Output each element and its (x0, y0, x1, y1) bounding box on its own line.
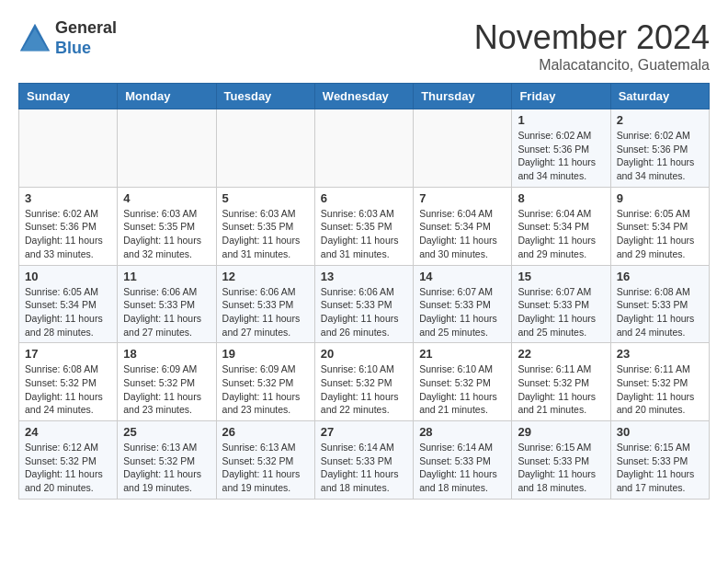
calendar-cell: 20Sunrise: 6:10 AM Sunset: 5:32 PM Dayli… (314, 343, 413, 421)
day-info: Sunrise: 6:08 AM Sunset: 5:32 PM Dayligh… (25, 362, 111, 417)
calendar-week-1: 1Sunrise: 6:02 AM Sunset: 5:36 PM Daylig… (19, 109, 710, 188)
calendar-cell: 12Sunrise: 6:06 AM Sunset: 5:33 PM Dayli… (216, 265, 314, 343)
day-number: 27 (321, 425, 407, 439)
day-info: Sunrise: 6:09 AM Sunset: 5:32 PM Dayligh… (123, 362, 210, 417)
calendar-cell (19, 109, 118, 188)
day-number: 7 (419, 191, 506, 205)
day-number: 16 (617, 270, 703, 283)
day-info: Sunrise: 6:05 AM Sunset: 5:34 PM Dayligh… (617, 207, 703, 261)
day-info: Sunrise: 6:05 AM Sunset: 5:34 PM Dayligh… (25, 285, 111, 339)
day-number: 14 (419, 270, 506, 283)
calendar-cell (118, 109, 216, 188)
location: Malacatancito, Guatemala (474, 57, 710, 74)
day-info: Sunrise: 6:14 AM Sunset: 5:33 PM Dayligh… (419, 441, 506, 495)
calendar-cell: 11Sunrise: 6:06 AM Sunset: 5:33 PM Dayli… (118, 265, 216, 343)
day-info: Sunrise: 6:15 AM Sunset: 5:33 PM Dayligh… (617, 441, 703, 495)
day-info: Sunrise: 6:11 AM Sunset: 5:32 PM Dayligh… (617, 362, 703, 417)
calendar-cell (414, 109, 512, 188)
day-number: 13 (321, 270, 407, 283)
day-info: Sunrise: 6:06 AM Sunset: 5:33 PM Dayligh… (222, 285, 309, 339)
calendar-cell: 1Sunrise: 6:02 AM Sunset: 5:36 PM Daylig… (512, 109, 610, 188)
calendar-cell: 23Sunrise: 6:11 AM Sunset: 5:32 PM Dayli… (610, 343, 709, 421)
day-info: Sunrise: 6:02 AM Sunset: 5:36 PM Dayligh… (518, 129, 604, 183)
calendar-week-5: 24Sunrise: 6:12 AM Sunset: 5:32 PM Dayli… (19, 421, 710, 500)
svg-marker-1 (22, 29, 49, 51)
day-info: Sunrise: 6:11 AM Sunset: 5:32 PM Dayligh… (518, 362, 604, 417)
day-info: Sunrise: 6:06 AM Sunset: 5:33 PM Dayligh… (321, 285, 407, 339)
day-header-saturday: Saturday (610, 84, 709, 109)
day-info: Sunrise: 6:13 AM Sunset: 5:32 PM Dayligh… (222, 441, 309, 495)
calendar-cell: 28Sunrise: 6:14 AM Sunset: 5:33 PM Dayli… (414, 421, 512, 500)
day-header-friday: Friday (512, 84, 610, 109)
day-info: Sunrise: 6:02 AM Sunset: 5:36 PM Dayligh… (617, 129, 703, 183)
day-number: 15 (518, 270, 604, 283)
day-info: Sunrise: 6:07 AM Sunset: 5:33 PM Dayligh… (419, 285, 506, 339)
day-info: Sunrise: 6:03 AM Sunset: 5:35 PM Dayligh… (321, 207, 407, 261)
calendar-cell (216, 109, 314, 188)
calendar-cell: 19Sunrise: 6:09 AM Sunset: 5:32 PM Dayli… (216, 343, 314, 421)
day-info: Sunrise: 6:07 AM Sunset: 5:33 PM Dayligh… (518, 285, 604, 339)
day-header-sunday: Sunday (19, 84, 118, 109)
day-number: 30 (617, 425, 703, 439)
day-info: Sunrise: 6:04 AM Sunset: 5:34 PM Dayligh… (518, 207, 604, 261)
day-number: 6 (321, 191, 407, 205)
day-number: 25 (123, 425, 210, 439)
calendar-cell: 21Sunrise: 6:10 AM Sunset: 5:32 PM Dayli… (414, 343, 512, 421)
day-number: 11 (123, 270, 210, 283)
calendar-cell: 30Sunrise: 6:15 AM Sunset: 5:33 PM Dayli… (610, 421, 709, 500)
calendar-table: SundayMondayTuesdayWednesdayThursdayFrid… (18, 83, 710, 500)
day-info: Sunrise: 6:04 AM Sunset: 5:34 PM Dayligh… (419, 207, 506, 261)
calendar-cell: 9Sunrise: 6:05 AM Sunset: 5:34 PM Daylig… (610, 187, 709, 265)
calendar-cell: 17Sunrise: 6:08 AM Sunset: 5:32 PM Dayli… (19, 343, 118, 421)
calendar-cell: 25Sunrise: 6:13 AM Sunset: 5:32 PM Dayli… (118, 421, 216, 500)
day-number: 1 (518, 113, 604, 127)
day-header-monday: Monday (118, 84, 216, 109)
calendar-cell: 18Sunrise: 6:09 AM Sunset: 5:32 PM Dayli… (118, 343, 216, 421)
day-number: 22 (518, 347, 604, 361)
calendar-cell: 7Sunrise: 6:04 AM Sunset: 5:34 PM Daylig… (414, 187, 512, 265)
day-number: 19 (222, 347, 309, 361)
day-number: 9 (617, 191, 703, 205)
calendar-cell: 13Sunrise: 6:06 AM Sunset: 5:33 PM Dayli… (314, 265, 413, 343)
calendar-cell: 22Sunrise: 6:11 AM Sunset: 5:32 PM Dayli… (512, 343, 610, 421)
calendar-cell (314, 109, 413, 188)
calendar-header-row: SundayMondayTuesdayWednesdayThursdayFrid… (19, 84, 710, 109)
day-info: Sunrise: 6:10 AM Sunset: 5:32 PM Dayligh… (419, 362, 506, 417)
calendar-cell: 15Sunrise: 6:07 AM Sunset: 5:33 PM Dayli… (512, 265, 610, 343)
day-info: Sunrise: 6:09 AM Sunset: 5:32 PM Dayligh… (222, 362, 309, 417)
day-header-wednesday: Wednesday (314, 84, 413, 109)
calendar-cell: 24Sunrise: 6:12 AM Sunset: 5:32 PM Dayli… (19, 421, 118, 500)
calendar-cell: 27Sunrise: 6:14 AM Sunset: 5:33 PM Dayli… (314, 421, 413, 500)
day-info: Sunrise: 6:10 AM Sunset: 5:32 PM Dayligh… (321, 362, 407, 417)
page-header: General Blue November 2024 Malacatancito… (18, 18, 710, 74)
logo: General Blue (18, 18, 117, 58)
calendar-cell: 4Sunrise: 6:03 AM Sunset: 5:35 PM Daylig… (118, 187, 216, 265)
day-header-tuesday: Tuesday (216, 84, 314, 109)
day-info: Sunrise: 6:03 AM Sunset: 5:35 PM Dayligh… (222, 207, 309, 261)
logo-icon (18, 22, 51, 55)
calendar-week-4: 17Sunrise: 6:08 AM Sunset: 5:32 PM Dayli… (19, 343, 710, 421)
day-info: Sunrise: 6:15 AM Sunset: 5:33 PM Dayligh… (518, 441, 604, 495)
calendar-week-2: 3Sunrise: 6:02 AM Sunset: 5:36 PM Daylig… (19, 187, 710, 265)
day-info: Sunrise: 6:02 AM Sunset: 5:36 PM Dayligh… (25, 207, 111, 261)
day-number: 20 (321, 347, 407, 361)
day-number: 10 (25, 270, 111, 283)
calendar-cell: 5Sunrise: 6:03 AM Sunset: 5:35 PM Daylig… (216, 187, 314, 265)
calendar-cell: 10Sunrise: 6:05 AM Sunset: 5:34 PM Dayli… (19, 265, 118, 343)
logo-text: General Blue (55, 18, 117, 58)
calendar-cell: 8Sunrise: 6:04 AM Sunset: 5:34 PM Daylig… (512, 187, 610, 265)
day-number: 29 (518, 425, 604, 439)
day-number: 12 (222, 270, 309, 283)
calendar-cell: 16Sunrise: 6:08 AM Sunset: 5:33 PM Dayli… (610, 265, 709, 343)
day-number: 17 (25, 347, 111, 361)
day-number: 23 (617, 347, 703, 361)
day-header-thursday: Thursday (414, 84, 512, 109)
day-info: Sunrise: 6:12 AM Sunset: 5:32 PM Dayligh… (25, 441, 111, 495)
calendar-cell: 2Sunrise: 6:02 AM Sunset: 5:36 PM Daylig… (610, 109, 709, 188)
title-block: November 2024 Malacatancito, Guatemala (474, 18, 710, 74)
day-number: 2 (617, 113, 703, 127)
day-info: Sunrise: 6:08 AM Sunset: 5:33 PM Dayligh… (617, 285, 703, 339)
day-number: 24 (25, 425, 111, 439)
day-number: 21 (419, 347, 506, 361)
day-number: 18 (123, 347, 210, 361)
